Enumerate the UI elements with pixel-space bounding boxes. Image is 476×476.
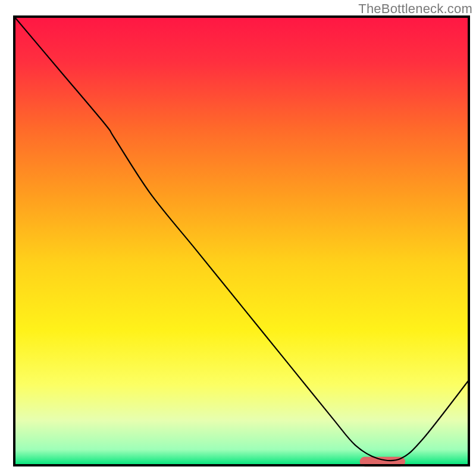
plot-background (14, 17, 469, 465)
bottleneck-chart: TheBottleneck.com (0, 0, 476, 476)
watermark-text: TheBottleneck.com (358, 1, 472, 17)
chart-canvas (0, 0, 476, 476)
